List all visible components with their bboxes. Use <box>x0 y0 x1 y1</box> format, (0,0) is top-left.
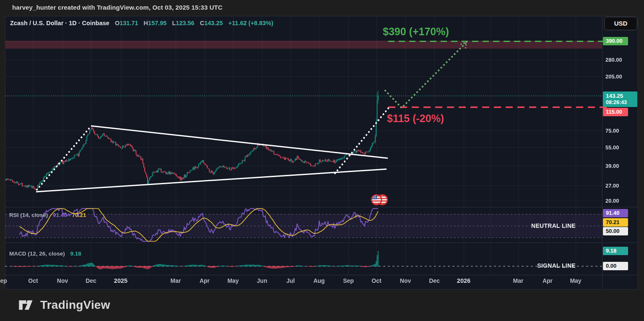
price-tick-label: 280.00 <box>605 57 622 63</box>
time-tick-label: May <box>570 277 581 284</box>
ohlc-high-value: 157.95 <box>148 20 166 26</box>
target-low-price-label: 115.00 <box>603 108 628 116</box>
price-axis[interactable]: 280.00205.0075.0055.0039.0027.0020.00390… <box>602 0 641 290</box>
tradingview-chart-window: harvey_hunter created with TradingView.c… <box>0 0 644 321</box>
price-tick-label: 75.00 <box>605 128 619 134</box>
time-tick-label: May <box>227 277 239 284</box>
time-axis[interactable]: SepOctNovDec2025MarAprMayJunJulAugSepOct… <box>0 277 644 288</box>
time-tick-label: Jul <box>286 277 295 284</box>
ohlc-open-label: O <box>115 20 119 26</box>
ohlc-high-label: H <box>144 20 148 26</box>
price-tick-label: 205.00 <box>605 73 622 80</box>
bar-countdown: 08:26:43 <box>606 99 634 106</box>
time-tick-label: Mar <box>171 277 181 284</box>
macd-value: 9.18 <box>70 251 81 257</box>
footer-bar: TradingView <box>0 290 644 321</box>
time-tick-label: Aug <box>313 277 325 284</box>
currency-toggle-button[interactable]: USD <box>604 17 637 30</box>
rsi-neutral-value-label: 50.00 <box>603 227 628 235</box>
rsi-value-label: 91.40 <box>603 209 628 217</box>
current-price-value: 143.25 <box>606 92 634 99</box>
time-tick-label: Jun <box>257 277 267 284</box>
price-tick-label: 39.00 <box>605 163 619 169</box>
us-flag-icon[interactable] <box>370 192 390 210</box>
time-tick-label: 2026 <box>457 277 470 284</box>
time-tick-label: Mar <box>513 277 524 284</box>
macd-indicator-legend[interactable]: MACD (12, 26, close) 9.18 <box>9 251 81 257</box>
macd-zero-value-label: 0.00 <box>603 262 628 270</box>
price-tick-label: 55.00 <box>605 144 619 151</box>
macd-title[interactable]: MACD (12, 26, close) <box>9 251 65 257</box>
target-down-annotation[interactable]: $115 (-20%) <box>387 112 444 125</box>
rsi-ma-value-label: 70.21 <box>603 218 628 227</box>
rsi-title[interactable]: RSI (14, close) <box>9 212 48 218</box>
time-tick-label: 2025 <box>114 277 127 284</box>
target-up-annotation[interactable]: $390 (+170%) <box>383 26 449 38</box>
tradingview-logo-text: TradingView <box>40 298 110 312</box>
time-tick-label: Apr <box>200 277 210 284</box>
time-tick-label: Apr <box>543 277 553 284</box>
price-tick-label: 27.00 <box>605 183 619 189</box>
ohlc-low-label: L <box>172 20 176 26</box>
time-tick-label: Oct <box>371 277 381 284</box>
ohlc-close-label: C <box>200 20 204 26</box>
time-tick-label: Sep <box>343 277 354 284</box>
macd-signal-line-label: SIGNAL LINE <box>537 262 576 269</box>
time-tick-label: Nov <box>400 277 411 284</box>
time-tick-label: Sep <box>0 277 7 284</box>
attribution-text: harvey_hunter created with TradingView.c… <box>12 4 223 11</box>
symbol-legend[interactable]: Zcash / U.S. Dollar · 1D · Coinbase O131… <box>10 20 273 26</box>
target-high-price-label: 390.00 <box>603 37 628 45</box>
ohlc-close-value: 143.25 <box>204 20 223 26</box>
tradingview-logo-icon <box>17 296 34 314</box>
time-tick-label: Dec <box>86 277 96 284</box>
rsi-ma-value: 70.21 <box>72 212 86 218</box>
time-tick-label: Dec <box>429 277 440 284</box>
time-tick-label: Nov <box>57 277 68 284</box>
price-chart-canvas[interactable] <box>0 0 644 321</box>
current-price-label: 143.2508:26:43 <box>603 91 637 107</box>
price-change-text: +11.62 (+8.83%) <box>229 20 273 26</box>
tradingview-logo[interactable]: TradingView <box>17 296 110 314</box>
rsi-value: 91.40 <box>53 212 67 218</box>
rsi-indicator-legend[interactable]: RSI (14, close) 91.40 70.21 <box>9 212 86 218</box>
ohlc-low-value: 123.56 <box>176 20 194 26</box>
price-tick-label: 20.00 <box>605 198 619 204</box>
ohlc-open-value: 131.71 <box>119 20 138 26</box>
symbol-title[interactable]: Zcash / U.S. Dollar · 1D · Coinbase <box>10 20 109 26</box>
rsi-neutral-line-label: NEUTRAL LINE <box>531 222 576 229</box>
macd-value-label: 9.18 <box>603 247 628 255</box>
time-tick-label: Oct <box>28 277 38 284</box>
